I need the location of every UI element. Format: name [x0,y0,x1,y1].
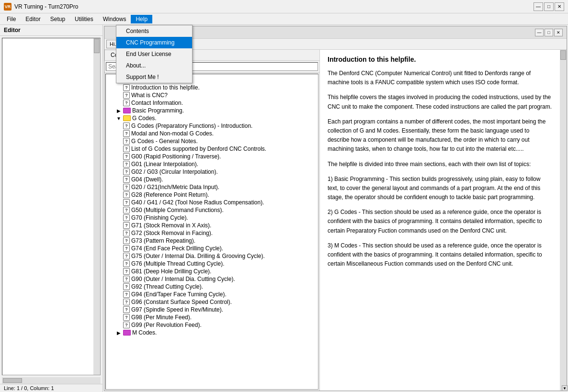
tree-item-g96[interactable]: ? G96 (Constant Surface Speed Control). [108,298,316,306]
question-icon-g72: ? [123,230,130,236]
tree-item-g00[interactable]: ? G00 (Rapid Positioning / Traverse). [108,153,316,160]
tree-item-g01[interactable]: ? G01 (Linear Interpolation). [108,160,316,168]
tree-item-g74[interactable]: ? G74 (End Face Peck Drilling Cycle). [108,245,316,252]
close-button[interactable]: ✕ [555,2,564,11]
tree-item-gcodes-intro[interactable]: ? G Codes (Preparatory Functions) - Intr… [108,122,316,130]
tree-label-g02-03: G02 / G03 (Circular Interpolation). [131,168,218,175]
tree-label-modal: Modal and Non-modal G Codes. [131,130,214,137]
tree-item-g50[interactable]: ? G50 (Multiple Command Functions). [108,206,316,214]
tree-item-g72[interactable]: ? G72 (Stock Removal in Facing). [108,229,316,237]
tree-label-g99: G99 (Per Revolution Feed). [131,322,202,328]
tree-label-g96: G96 (Constant Surface Speed Control). [131,299,232,305]
tree-item-g40-41-42[interactable]: ? G40 / G41 / G42 (Tool Nose Radius Comp… [108,199,316,206]
menu-utilities[interactable]: Utilities [70,15,98,23]
help-minimize-button[interactable]: — [535,29,544,36]
question-icon-g99: ? [123,322,130,328]
editor-scrollbar-thumb [94,39,100,53]
question-icon-g40-41-42: ? [123,199,130,206]
question-icon-g90: ? [123,276,130,282]
tree-item-g20-21[interactable]: ? G20 / G21(Inch/Metric Data Input). [108,183,316,191]
tree-view[interactable]: ▼ Introduction. ? Introduction to this h… [105,74,318,390]
tree-label-g28: G28 (Reference Point Return). [131,191,209,198]
tree-label-g73: G73 (Pattern Repeating). [131,237,195,244]
minimize-button[interactable]: — [534,2,543,11]
editor-scrollbar-horizontal[interactable] [2,377,101,384]
help-dropdown: Contents CNC Programming End User Licens… [116,25,193,83]
tree-item-gcodes-list[interactable]: ? List of G Codes supported by Denford C… [108,145,316,153]
maximize-button[interactable]: □ [544,2,554,11]
tree-label-m-codes: M Codes. [132,329,157,336]
help-maximize-button[interactable]: □ [545,29,553,36]
question-icon-modal: ? [123,130,130,137]
dropdown-cnc-programming[interactable]: CNC Programming [116,37,192,48]
tree-item-basic-prog[interactable]: ▶ Basic Programming. [108,107,316,114]
tree-item-intro-help[interactable]: ? Introduction to this helpfile. [108,84,316,91]
editor-panel: Editor Line: 1 / 0, Column: 1 [0,25,103,392]
content-para-6: 3) M Codes - This section should be used… [328,241,552,269]
contents-panel: Contents Search ▼ Introduction. ? Int [104,50,320,391]
tree-label-g50: G50 (Multiple Command Functions). [131,207,224,213]
menu-file[interactable]: File [2,15,21,23]
question-icon-g94: ? [123,291,130,298]
scrollbar-down-arrow[interactable]: ▼ [562,385,567,391]
tree-label-g75: G75 (Outer / Internal Dia. Drilling & Gr… [131,253,265,259]
question-icon-g74: ? [123,245,130,252]
tree-label-g00: G00 (Rapid Positioning / Traverse). [131,153,221,160]
tree-item-g92[interactable]: ? G92 (Thread Cutting Cycle). [108,283,316,291]
question-icon-g28: ? [123,191,130,198]
main-layout: Editor Line: 1 / 0, Column: 1 — □ ✕ Hi..… [0,25,568,392]
tree-label-g76: G76 (Multiple Thread Cutting Cycle). [131,260,225,267]
editor-scrollbar-vertical[interactable] [93,38,100,375]
editor-input[interactable] [2,38,100,375]
tree-label-g97: G97 (Spindle Speed in Rev/Minute). [131,306,223,313]
question-icon-g20-21: ? [123,184,130,190]
menu-windows[interactable]: Windows [98,15,131,23]
tree-item-g94[interactable]: ? G94 (End/Taper Face Turning Cycle). [108,291,316,298]
tree-item-g76[interactable]: ? G76 (Multiple Thread Cutting Cycle). [108,260,316,268]
tree-item-g90[interactable]: ? G90 (Outer / Internal Dia. Cutting Cyc… [108,275,316,283]
tree-label-g72: G72 (Stock Removal in Facing). [131,230,213,236]
dropdown-end-user-license[interactable]: End User License [116,48,192,60]
question-icon-gcodes-list: ? [123,146,130,152]
tree-item-g75[interactable]: ? G75 (Outer / Internal Dia. Drilling & … [108,252,316,260]
tree-item-g73[interactable]: ? G73 (Pattern Repeating). [108,237,316,245]
tree-item-m-codes[interactable]: ▶ M Codes. [108,329,316,336]
tree-label-gcodes-list: List of G Codes supported by Denford CNC… [131,146,266,152]
tree-label-g-codes: G Codes. [132,115,157,122]
tree-item-g02-03[interactable]: ? G02 / G03 (Circular Interpolation). [108,168,316,176]
menu-setup[interactable]: Setup [45,15,70,23]
tree-item-g98[interactable]: ? G98 (Per Minute Feed). [108,314,316,321]
question-icon-g73: ? [123,237,130,244]
tree-label-g01: G01 (Linear Interpolation). [131,161,198,168]
tree-item-g97[interactable]: ? G97 (Spindle Speed in Rev/Minute). [108,306,316,314]
content-wrapper: Introduction to this helpfile. The Denfo… [320,50,567,391]
tree-item-what-cnc[interactable]: ? What is CNC? [108,91,316,99]
tree-item-modal[interactable]: ? Modal and Non-modal G Codes. [108,130,316,137]
app-title: VR Turning - Turn270Pro [14,3,78,10]
question-icon-g96: ? [123,299,130,305]
tree-item-g28[interactable]: ? G28 (Reference Point Return). [108,191,316,199]
help-close-button[interactable]: ✕ [554,29,563,36]
editor-status: Line: 1 / 0, Column: 1 [0,384,102,392]
question-icon-g50: ? [123,207,130,213]
tree-label-g40-41-42: G40 / G41 / G42 (Tool Nose Radius Compen… [131,199,264,206]
tree-item-g70[interactable]: ? G70 (Finishing Cycle). [108,214,316,222]
tree-item-g04[interactable]: ? G04 (Dwell). [108,176,316,183]
tree-item-g-codes[interactable]: ▼ G Codes. [108,114,316,122]
title-bar-controls: — □ ✕ [534,2,564,11]
tree-item-contact[interactable]: ? Contact Information. [108,99,316,107]
expand-icon-mcodes: ▶ [115,329,122,336]
content-title: Introduction to this helpfile. [328,56,552,63]
tree-item-g71[interactable]: ? G71 (Stock Removal in X Axis). [108,222,316,229]
menu-editor[interactable]: Editor [21,15,45,23]
menu-help[interactable]: Help [131,15,152,23]
h-scrollbar-thumb [3,378,22,383]
content-scrollbar-vertical[interactable]: ▼ [560,50,567,391]
dropdown-contents[interactable]: Contents [116,25,192,37]
tree-item-gcodes-notes[interactable]: ? G Codes - General Notes. [108,137,316,145]
dropdown-about[interactable]: About... [116,60,192,71]
question-icon-contact: ? [123,100,130,106]
tree-item-g81[interactable]: ? G81 (Deep Hole Drilling Cycle). [108,268,316,275]
tree-item-g99[interactable]: ? G99 (Per Revolution Feed). [108,321,316,329]
dropdown-support[interactable]: Support Me ! [116,71,192,83]
